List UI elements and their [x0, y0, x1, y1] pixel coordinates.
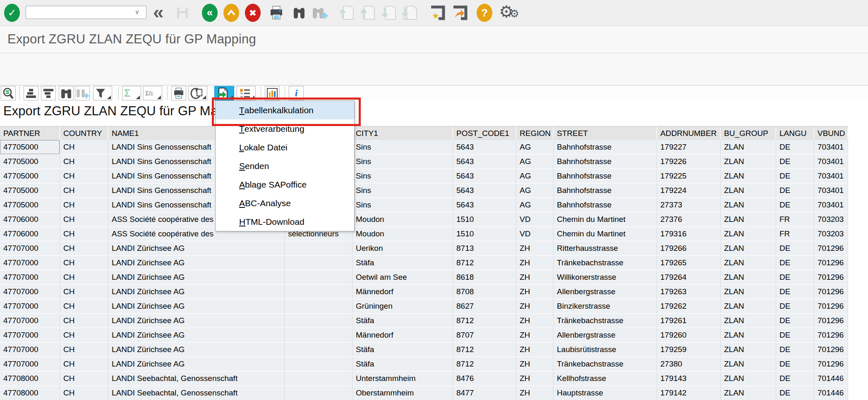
table-cell[interactable]: DE [776, 155, 814, 169]
table-cell[interactable]: 47708000 [0, 386, 60, 400]
table-cell[interactable]: VD [516, 212, 554, 227]
table-cell[interactable]: 47705000 [0, 155, 60, 169]
table-cell[interactable]: 1510 [453, 227, 516, 241]
table-cell[interactable]: 47707000 [0, 343, 60, 357]
column-header-partner[interactable]: PARTNER [0, 126, 60, 140]
table-cell[interactable]: DE [776, 169, 814, 183]
table-cell[interactable]: Stäfa [352, 357, 453, 371]
table-cell[interactable]: DE [776, 241, 814, 256]
menu-item-ablage-sapoffice[interactable]: Ablage SAPoffice [216, 175, 354, 194]
table-cell[interactable]: Stäfa [352, 256, 453, 270]
table-cell[interactable]: 701446 [814, 371, 848, 386]
table-cell[interactable]: ZH [516, 285, 554, 299]
table-cell[interactable]: CH [60, 299, 108, 314]
table-cell[interactable]: Bahnhofstrasse [554, 169, 657, 183]
table-cell[interactable]: Bahnhofstrasse [554, 140, 657, 155]
table-cell[interactable]: 703401 [814, 140, 848, 155]
table-cell[interactable]: CH [60, 314, 108, 328]
table-cell[interactable]: 701296 [814, 314, 848, 328]
table-cell[interactable]: ZLAN [721, 285, 776, 299]
column-header-post_code1[interactable]: POST_CODE1 [453, 126, 516, 140]
table-cell[interactable]: 8618 [453, 270, 516, 285]
table-cell[interactable]: LANDI Zürichsee AG [108, 256, 285, 270]
table-cell[interactable]: 5643 [453, 140, 516, 155]
menu-item-tabellenkalkulation[interactable]: Tabellenkalkulation [216, 101, 354, 119]
table-cell[interactable]: 47705000 [0, 140, 60, 155]
table-cell[interactable]: ZLAN [721, 198, 776, 212]
menu-item-html-download[interactable]: HTML-Download [216, 212, 354, 231]
table-cell[interactable]: 27380 [657, 357, 721, 371]
table-cell[interactable]: 701296 [814, 357, 848, 371]
table-cell[interactable]: DE [776, 371, 814, 386]
table-cell[interactable]: 8707 [453, 328, 516, 343]
find-icon[interactable] [59, 86, 74, 100]
table-cell[interactable]: 47708000 [0, 371, 60, 386]
table-cell[interactable]: DE [776, 270, 814, 285]
table-cell[interactable] [285, 328, 352, 343]
table-cell[interactable]: DE [776, 357, 814, 371]
table-cell[interactable]: Tränkebachstrasse [554, 357, 657, 371]
table-cell[interactable]: ZLAN [721, 256, 776, 270]
table-cell[interactable]: ZLAN [721, 270, 776, 285]
table-cell[interactable]: 8713 [453, 241, 516, 256]
table-cell[interactable]: 701296 [814, 285, 848, 299]
table-cell[interactable]: ZLAN [721, 227, 776, 241]
table-cell[interactable]: 703203 [814, 212, 848, 227]
table-cell[interactable]: Allenbergstrasse [554, 285, 657, 299]
table-cell[interactable] [285, 285, 352, 299]
table-cell[interactable]: Unterstammheim [352, 371, 453, 386]
table-cell[interactable]: 27373 [657, 198, 721, 212]
table-cell[interactable]: ZH [516, 328, 554, 343]
table-cell[interactable]: ZLAN [721, 140, 776, 155]
table-cell[interactable]: CH [60, 155, 108, 169]
table-cell[interactable] [285, 386, 352, 400]
subtotal-icon[interactable]: Σ/Σ [143, 86, 162, 100]
table-cell[interactable]: CH [60, 328, 108, 343]
table-cell[interactable]: 179143 [657, 371, 721, 386]
table-cell[interactable]: 701296 [814, 270, 848, 285]
last-page-icon[interactable] [402, 5, 418, 21]
table-cell[interactable]: Bahnhofstrasse [554, 155, 657, 169]
table-cell[interactable]: 179263 [657, 285, 721, 299]
save-icon[interactable] [175, 6, 189, 20]
table-cell[interactable]: 701296 [814, 328, 848, 343]
table-cell[interactable]: AG [516, 183, 554, 198]
table-cell[interactable]: CH [60, 357, 108, 371]
table-cell[interactable]: 179262 [657, 299, 721, 314]
table-cell[interactable]: CH [60, 386, 108, 400]
column-header-addrnumber[interactable]: ADDRNUMBER [657, 126, 721, 140]
table-cell[interactable]: 179224 [657, 183, 721, 198]
table-cell[interactable]: LANDI Zürichsee AG [108, 328, 285, 343]
table-cell[interactable]: LANDI Zürichsee AG [108, 357, 285, 371]
table-cell[interactable]: Moudon [352, 212, 453, 227]
table-cell[interactable]: ZH [516, 241, 554, 256]
table-cell[interactable]: 47707000 [0, 357, 60, 371]
export-icon[interactable] [214, 86, 234, 100]
table-cell[interactable]: CH [60, 343, 108, 357]
table-cell[interactable]: Willikonerstrasse [554, 270, 657, 285]
find-icon[interactable] [292, 5, 306, 20]
table-cell[interactable]: Sins [352, 140, 453, 155]
table-cell[interactable]: Stäfa [352, 343, 453, 357]
table-cell[interactable]: DE [776, 198, 814, 212]
print-icon[interactable] [269, 5, 284, 20]
table-cell[interactable] [285, 314, 352, 328]
table-cell[interactable]: Chemin du Martinet [554, 212, 657, 227]
table-cell[interactable]: DE [776, 140, 814, 155]
table-cell[interactable]: LANDI Zürichsee AG [108, 299, 285, 314]
table-cell[interactable] [285, 357, 352, 371]
enter-button[interactable]: ✓ [4, 4, 20, 22]
table-cell[interactable]: ZH [516, 299, 554, 314]
sort-descending-icon[interactable] [41, 86, 56, 100]
table-cell[interactable]: CH [60, 371, 108, 386]
table-cell[interactable]: CH [60, 270, 108, 285]
previous-page-icon[interactable] [360, 5, 376, 21]
exit-button[interactable] [223, 4, 239, 22]
table-cell[interactable]: CH [60, 285, 108, 299]
table-cell[interactable]: ZLAN [721, 155, 776, 169]
back-button[interactable]: « [202, 4, 218, 22]
table-cell[interactable]: ZH [516, 314, 554, 328]
table-cell[interactable]: AG [516, 169, 554, 183]
find-next-icon[interactable] [75, 86, 90, 100]
table-cell[interactable]: 179266 [657, 241, 721, 256]
